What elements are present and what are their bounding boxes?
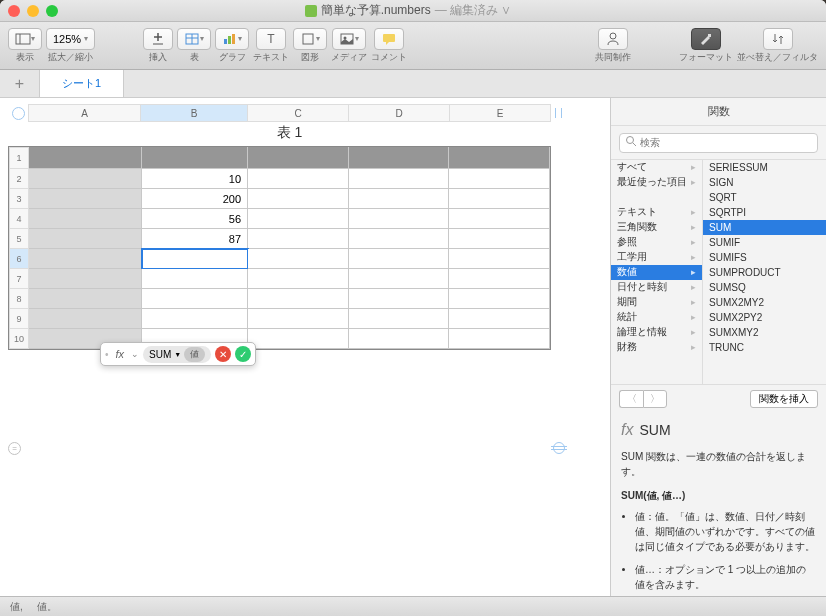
cell-e9[interactable] bbox=[449, 309, 550, 329]
cell-b5[interactable]: 87 bbox=[142, 229, 249, 249]
cell-b8[interactable] bbox=[142, 289, 249, 309]
cell-e10[interactable] bbox=[449, 329, 550, 349]
cell-e8[interactable] bbox=[449, 289, 550, 309]
category-item[interactable] bbox=[611, 190, 702, 205]
cell-e7[interactable] bbox=[449, 269, 550, 289]
cell-c4[interactable] bbox=[248, 209, 349, 229]
function-item[interactable]: SQRTPI bbox=[703, 205, 826, 220]
cell-c2[interactable] bbox=[248, 169, 349, 189]
row-header-4[interactable]: 4 bbox=[9, 209, 29, 229]
category-item[interactable]: 論理と情報▸ bbox=[611, 325, 702, 340]
table-button[interactable]: ▾ bbox=[177, 28, 211, 50]
cell-a1[interactable] bbox=[29, 147, 142, 169]
view-button[interactable]: ▾ bbox=[8, 28, 42, 50]
collab-button[interactable] bbox=[598, 28, 628, 50]
function-item[interactable]: SUMSQ bbox=[703, 280, 826, 295]
row-header-2[interactable]: 2 bbox=[9, 169, 29, 189]
category-item[interactable]: 統計▸ bbox=[611, 310, 702, 325]
cell-b9[interactable] bbox=[142, 309, 249, 329]
minimize-window-button[interactable] bbox=[27, 5, 39, 17]
category-item[interactable]: テキスト▸ bbox=[611, 205, 702, 220]
category-item[interactable]: すべて▸ bbox=[611, 160, 702, 175]
category-item[interactable]: 財務▸ bbox=[611, 340, 702, 355]
cell-b7[interactable] bbox=[142, 269, 249, 289]
cell-d7[interactable] bbox=[349, 269, 450, 289]
nav-back-button[interactable]: 〈 bbox=[619, 390, 643, 408]
row-header-9[interactable]: 9 bbox=[9, 309, 29, 329]
function-item[interactable]: SUMX2PY2 bbox=[703, 310, 826, 325]
col-header-c[interactable]: C bbox=[248, 104, 349, 122]
cell-c5[interactable] bbox=[248, 229, 349, 249]
col-header-d[interactable]: D bbox=[349, 104, 450, 122]
function-item[interactable]: SUMXMY2 bbox=[703, 325, 826, 340]
category-item[interactable]: 日付と時刻▸ bbox=[611, 280, 702, 295]
category-item[interactable]: 期間▸ bbox=[611, 295, 702, 310]
cell-e2[interactable] bbox=[449, 169, 550, 189]
function-categories[interactable]: すべて▸最近使った項目▸テキスト▸三角関数▸参照▸工学用▸数値▸日付と時刻▸期間… bbox=[611, 160, 703, 384]
add-sheet-button[interactable]: + bbox=[0, 70, 40, 97]
category-item[interactable]: 最近使った項目▸ bbox=[611, 175, 702, 190]
function-list[interactable]: SERIESSUMSIGNSQRTSQRTPISUMSUMIFSUMIFSSUM… bbox=[703, 160, 826, 384]
cell-d2[interactable] bbox=[349, 169, 450, 189]
insert-function-button[interactable]: 関数を挿入 bbox=[750, 390, 818, 408]
comment-button[interactable] bbox=[374, 28, 404, 50]
formula-function-token[interactable]: SUM ▼ 値 bbox=[143, 346, 211, 363]
cell-c6[interactable] bbox=[248, 249, 349, 269]
category-item[interactable]: 工学用▸ bbox=[611, 250, 702, 265]
cell-a8[interactable] bbox=[29, 289, 142, 309]
fx-dropdown[interactable]: ⌄ bbox=[131, 349, 139, 359]
cell-d6[interactable] bbox=[349, 249, 450, 269]
row-header-3[interactable]: 3 bbox=[9, 189, 29, 209]
cell-a9[interactable] bbox=[29, 309, 142, 329]
close-window-button[interactable] bbox=[8, 5, 20, 17]
function-item[interactable]: SUM bbox=[703, 220, 826, 235]
insert-button[interactable] bbox=[143, 28, 173, 50]
cell-d8[interactable] bbox=[349, 289, 450, 309]
col-header-e[interactable]: E bbox=[450, 104, 551, 122]
table-origin-handle[interactable] bbox=[8, 104, 28, 122]
cell-c8[interactable] bbox=[248, 289, 349, 309]
row-header-8[interactable]: 8 bbox=[9, 289, 29, 309]
cell-c10[interactable] bbox=[248, 329, 349, 349]
formula-arg-token[interactable]: 値 bbox=[184, 347, 205, 362]
cell-c3[interactable] bbox=[248, 189, 349, 209]
cell-b1[interactable] bbox=[142, 147, 249, 169]
document-status[interactable]: — 編集済み ∨ bbox=[435, 2, 512, 19]
spreadsheet-canvas[interactable]: A B C D E 表 1 1 210 3200 456 587 6 7 8 bbox=[0, 98, 610, 596]
cell-d3[interactable] bbox=[349, 189, 450, 209]
function-item[interactable]: SQRT bbox=[703, 190, 826, 205]
sort-filter-button[interactable] bbox=[763, 28, 793, 50]
zoom-button[interactable]: 125% ▾ bbox=[46, 28, 95, 50]
cell-d5[interactable] bbox=[349, 229, 450, 249]
col-header-a[interactable]: A bbox=[28, 104, 141, 122]
cell-b3[interactable]: 200 bbox=[142, 189, 249, 209]
cell-c7[interactable] bbox=[248, 269, 349, 289]
category-item[interactable]: 数値▸ bbox=[611, 265, 702, 280]
col-header-b[interactable]: B bbox=[141, 104, 248, 122]
cell-b6[interactable] bbox=[142, 249, 249, 269]
function-item[interactable]: SERIESSUM bbox=[703, 160, 826, 175]
table-title[interactable]: 表 1 bbox=[28, 124, 551, 142]
zoom-window-button[interactable] bbox=[46, 5, 58, 17]
cell-d9[interactable] bbox=[349, 309, 450, 329]
cell-e5[interactable] bbox=[449, 229, 550, 249]
row-header-5[interactable]: 5 bbox=[9, 229, 29, 249]
cell-b2[interactable]: 10 bbox=[142, 169, 249, 189]
cell-d10[interactable] bbox=[349, 329, 450, 349]
formula-editor[interactable]: • fx ⌄ SUM ▼ 値 ✕ ✓ bbox=[100, 342, 256, 366]
function-item[interactable]: SUMPRODUCT bbox=[703, 265, 826, 280]
cell-a4[interactable] bbox=[29, 209, 142, 229]
row-header-6[interactable]: 6 bbox=[9, 249, 29, 269]
cell-a7[interactable] bbox=[29, 269, 142, 289]
cell-e4[interactable] bbox=[449, 209, 550, 229]
cell-c1[interactable] bbox=[248, 147, 349, 169]
category-item[interactable]: 参照▸ bbox=[611, 235, 702, 250]
cell-a6[interactable] bbox=[29, 249, 142, 269]
function-item[interactable]: SIGN bbox=[703, 175, 826, 190]
cell-b4[interactable]: 56 bbox=[142, 209, 249, 229]
cell-a3[interactable] bbox=[29, 189, 142, 209]
cell-e1[interactable] bbox=[449, 147, 550, 169]
cell-d4[interactable] bbox=[349, 209, 450, 229]
category-item[interactable]: 三角関数▸ bbox=[611, 220, 702, 235]
resize-handle[interactable] bbox=[553, 442, 565, 454]
